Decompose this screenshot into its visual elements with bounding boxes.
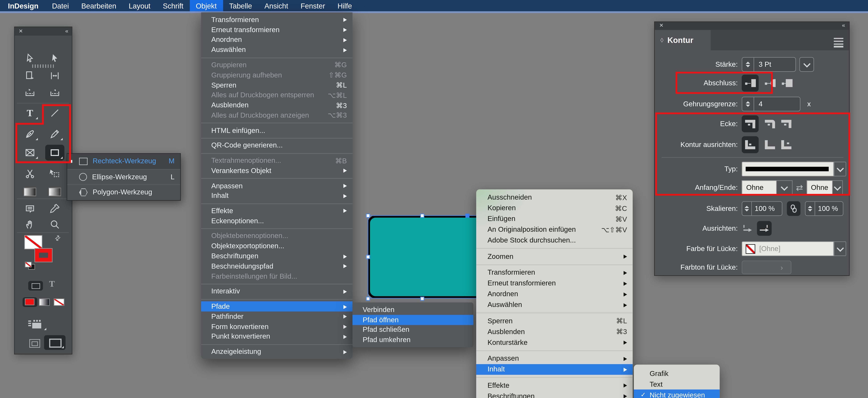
scissors-tool[interactable] <box>20 166 39 181</box>
collapse-panel-icon[interactable]: « <box>65 27 68 34</box>
menubar-item-objekt[interactable]: Objekt <box>190 0 223 11</box>
zoom-tool[interactable] <box>45 217 64 232</box>
menu-item-html-einfügen[interactable]: HTML einfügen... <box>201 125 352 136</box>
menu-item-objektexportoptionen[interactable]: Objektexportoptionen... <box>201 241 352 251</box>
menu-item-erneut-transformieren[interactable]: Erneut transformieren▶ <box>476 278 632 289</box>
content-collector-tool[interactable] <box>20 85 39 101</box>
menu-item-pfade[interactable]: Pfade▶ <box>201 302 352 312</box>
anfang-dropdown[interactable]: Ohne <box>742 180 793 195</box>
cc-libraries-icon[interactable] <box>29 339 40 348</box>
skalieren-x-field[interactable]: 100 % <box>742 201 782 216</box>
close-icon[interactable]: ✕ <box>19 28 23 34</box>
menubar-item-tabelle[interactable]: Tabelle <box>223 0 258 11</box>
menu-item-text[interactable]: Text <box>634 379 720 390</box>
align-stroke-outside-icon[interactable] <box>781 140 792 149</box>
menu-item-farbeinstellungen-für-bild[interactable]: Farbeinstellungen für Bild... <box>201 271 352 281</box>
panel-menu-icon[interactable] <box>834 38 843 49</box>
eyedropper-tool[interactable] <box>45 201 64 217</box>
menu-item-transformieren[interactable]: Transformieren▶ <box>476 267 632 278</box>
menu-item-pfad-schließen[interactable]: Pfad schließen <box>352 325 473 335</box>
align-stroke-inside-icon[interactable] <box>765 140 775 149</box>
ende-dropdown[interactable]: Ohne <box>806 180 842 195</box>
link-scale-button[interactable] <box>787 201 801 216</box>
menu-item-verbinden[interactable]: Verbinden <box>352 305 473 315</box>
menu-item-anordnen[interactable]: Anordnen▶ <box>476 289 632 299</box>
menubar-item-ansicht[interactable]: Ansicht <box>258 0 294 11</box>
menu-item-ausschneiden[interactable]: Ausschneiden⌘X <box>476 192 632 203</box>
menu-item-gruppieren[interactable]: Gruppieren⌘G <box>201 60 352 70</box>
menu-item-sperren[interactable]: Sperren⌘L <box>476 315 632 326</box>
menu-item-grafik[interactable]: Grafik <box>634 368 720 379</box>
stepper-icon[interactable] <box>742 202 752 216</box>
menubar-item-bearbeiten[interactable]: Bearbeiten <box>75 0 123 11</box>
stepper-icon[interactable] <box>742 58 754 71</box>
menu-item-anpassen[interactable]: Anpassen▶ <box>201 181 352 191</box>
menubar-item-schrift[interactable]: Schrift <box>157 0 190 11</box>
tab-kontur[interactable]: ◊ Kontur <box>655 30 711 50</box>
menu-item-konturstärke[interactable]: Konturstärke▶ <box>476 337 632 348</box>
pencil-tool[interactable] <box>45 126 64 142</box>
stepper-icon[interactable] <box>742 97 754 111</box>
selection-tool[interactable] <box>20 50 39 66</box>
staerke-dropdown-button[interactable] <box>799 57 814 72</box>
line-tool[interactable] <box>45 105 64 121</box>
align-arrow-end-button-selected[interactable] <box>757 221 772 236</box>
fill-swatch-none[interactable] <box>25 236 42 249</box>
menu-item-gruppierung-aufheben[interactable]: Gruppierung aufheben⇧⌘G <box>201 70 352 80</box>
menu-item-beschriftungen[interactable]: Beschriftungen▶ <box>476 391 632 398</box>
menu-item-effekte[interactable]: Effekte▶ <box>201 206 352 216</box>
menu-item-pathfinder[interactable]: Pathfinder▶ <box>201 312 352 321</box>
screen-mode-button[interactable] <box>44 335 66 350</box>
round-cap-icon[interactable] <box>765 79 776 87</box>
note-tool[interactable] <box>20 201 39 217</box>
flyout-item-polygon-werkzeug[interactable]: Polygon-Werkzeug <box>67 185 180 200</box>
hand-tool[interactable] <box>20 217 39 232</box>
menu-item-beschneidungspfad[interactable]: Beschneidungspfad▶ <box>201 261 352 271</box>
gap-tool[interactable] <box>45 68 64 84</box>
menu-item-textrahmenoptionen[interactable]: Textrahmenoptionen...⌘B <box>201 155 352 166</box>
apply-gradient-button[interactable] <box>39 299 49 305</box>
menu-item-ausblenden[interactable]: Ausblenden⌘3 <box>476 326 632 337</box>
align-arrow-start-icon[interactable] <box>742 224 753 233</box>
swap-start-end-icon[interactable]: ⇄ <box>796 182 803 193</box>
apply-color-button[interactable] <box>23 297 37 307</box>
menu-item-transformieren[interactable]: Transformieren▶ <box>201 15 352 25</box>
gradient-swatch-tool[interactable] <box>20 184 39 200</box>
selection-handle-bottom-left[interactable] <box>366 296 370 301</box>
menu-item-einfügen[interactable]: Einfügen⌘V <box>476 213 632 224</box>
selected-anchor-point[interactable] <box>465 214 469 218</box>
menubar-item-hilfe[interactable]: Hilfe <box>331 0 358 11</box>
menu-item-inhalt[interactable]: Inhalt▶ <box>476 364 632 374</box>
menu-item-interaktiv[interactable]: Interaktiv▶ <box>201 286 352 296</box>
menu-item-alles-auf-druckbogen-anzeigen[interactable]: Alles auf Druckbogen anzeigen⌥⌘3 <box>201 110 352 120</box>
skalieren-y-field[interactable]: 100 % <box>805 201 843 216</box>
formatting-affects-container-button[interactable] <box>28 281 43 290</box>
menu-item-effekte[interactable]: Effekte▶ <box>476 380 632 391</box>
flyout-item-ellipse-werkzeug[interactable]: Ellipse-Werkzeug L <box>67 169 180 185</box>
menubar-item-indesign[interactable]: InDesign <box>3 0 46 11</box>
selection-handle-middle-left[interactable] <box>366 255 370 259</box>
gehrungsgrenze-field[interactable]: 4 <box>742 96 801 111</box>
bevel-join-icon[interactable] <box>781 119 792 128</box>
menu-item-pfad-umkehren[interactable]: Pfad umkehren <box>352 335 473 345</box>
selection-handle-top-middle[interactable] <box>420 213 424 217</box>
menu-item-sperren[interactable]: Sperren⌘L <box>201 80 352 90</box>
selection-handle-top-left[interactable] <box>366 213 370 217</box>
stepper-icon[interactable] <box>806 202 815 216</box>
formatting-affects-text-button[interactable]: T <box>49 279 55 289</box>
projecting-cap-icon[interactable] <box>782 79 793 87</box>
close-icon[interactable]: ✕ <box>659 23 663 28</box>
staerke-field[interactable]: 3 Pt <box>742 57 796 72</box>
menu-item-verankertes-objekt[interactable]: Verankertes Objekt▶ <box>201 166 352 176</box>
join-miter-button-selected[interactable] <box>742 115 759 132</box>
stroke-type-dropdown[interactable] <box>742 162 846 176</box>
menu-item-anordnen[interactable]: Anordnen▶ <box>201 35 352 45</box>
menu-item-zoomen[interactable]: Zoomen▶ <box>476 251 632 262</box>
menu-item-punkt-konvertieren[interactable]: Punkt konvertieren▶ <box>201 332 352 342</box>
menu-item-pfad-öffnen[interactable]: Pfad öffnen <box>352 315 473 325</box>
content-placer-tool[interactable] <box>45 85 64 101</box>
gradient-feather-tool[interactable] <box>45 184 64 200</box>
stroke-swatch[interactable] <box>35 249 52 262</box>
direct-selection-tool[interactable] <box>45 50 64 66</box>
type-tool[interactable]: T <box>20 105 39 121</box>
